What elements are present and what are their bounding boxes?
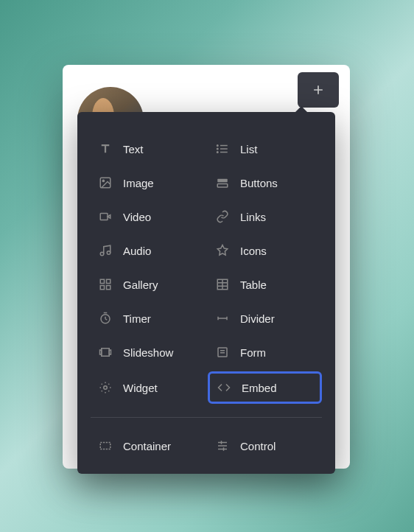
container-icon bbox=[98, 438, 113, 453]
gallery-icon bbox=[98, 277, 113, 292]
svg-line-26 bbox=[105, 319, 107, 321]
svg-point-7 bbox=[217, 152, 219, 153]
menu-item-embed[interactable]: Embed bbox=[208, 371, 322, 404]
slideshow-icon bbox=[98, 345, 113, 360]
menu-item-label: Video bbox=[123, 211, 151, 223]
form-icon bbox=[215, 345, 230, 360]
menu-item-buttons[interactable]: Buttons bbox=[208, 168, 322, 197]
menu-item-table[interactable]: Table bbox=[208, 270, 322, 299]
menu-grid: Text List Image Buttons Video bbox=[91, 134, 322, 461]
menu-item-container[interactable]: Container bbox=[91, 431, 205, 461]
add-element-dropdown: Text List Image Buttons Video bbox=[77, 112, 335, 474]
menu-item-label: Slideshow bbox=[123, 346, 173, 359]
svg-rect-32 bbox=[100, 350, 102, 354]
menu-item-label: Divider bbox=[240, 312, 275, 325]
timer-icon bbox=[98, 311, 113, 326]
svg-point-37 bbox=[104, 386, 108, 390]
widget-icon bbox=[98, 380, 113, 395]
svg-point-9 bbox=[102, 180, 104, 181]
divider-icon bbox=[215, 311, 230, 326]
menu-item-label: Container bbox=[123, 440, 171, 452]
list-icon bbox=[215, 141, 230, 156]
svg-rect-33 bbox=[109, 350, 110, 354]
svg-point-6 bbox=[217, 148, 219, 150]
svg-point-14 bbox=[100, 252, 104, 256]
menu-item-label: Image bbox=[123, 177, 154, 189]
menu-item-video[interactable]: Video bbox=[91, 202, 205, 231]
menu-item-divider[interactable]: Divider bbox=[208, 304, 322, 333]
svg-rect-38 bbox=[100, 443, 110, 449]
menu-item-label: Gallery bbox=[123, 279, 158, 291]
menu-item-label: Text bbox=[123, 143, 144, 155]
menu-item-label: Widget bbox=[123, 382, 158, 394]
menu-item-timer[interactable]: Timer bbox=[91, 304, 205, 333]
buttons-icon bbox=[215, 175, 230, 190]
menu-item-text[interactable]: Text bbox=[91, 134, 205, 164]
menu-item-icons[interactable]: Icons bbox=[208, 236, 322, 265]
menu-item-label: Control bbox=[240, 440, 276, 452]
text-icon bbox=[98, 141, 113, 156]
svg-rect-19 bbox=[107, 286, 110, 290]
svg-rect-10 bbox=[217, 179, 228, 183]
menu-item-control[interactable]: Control bbox=[208, 431, 322, 461]
menu-item-gallery[interactable]: Gallery bbox=[91, 270, 205, 299]
menu-item-links[interactable]: Links bbox=[208, 202, 322, 231]
menu-item-label: Table bbox=[240, 279, 267, 291]
plus-icon bbox=[311, 83, 326, 97]
menu-item-slideshow[interactable]: Slideshow bbox=[91, 337, 205, 367]
svg-point-15 bbox=[107, 251, 110, 255]
audio-icon bbox=[98, 243, 113, 258]
add-button[interactable] bbox=[298, 72, 339, 108]
menu-item-label: Form bbox=[240, 346, 266, 359]
svg-rect-18 bbox=[100, 286, 104, 290]
svg-rect-16 bbox=[100, 279, 104, 283]
video-icon bbox=[98, 209, 113, 224]
menu-item-image[interactable]: Image bbox=[91, 168, 205, 197]
menu-item-label: Icons bbox=[240, 245, 267, 257]
table-icon bbox=[215, 277, 230, 292]
menu-item-label: Audio bbox=[123, 245, 151, 257]
menu-divider bbox=[91, 417, 322, 418]
menu-item-audio[interactable]: Audio bbox=[91, 236, 205, 265]
embed-icon bbox=[217, 380, 231, 395]
menu-item-form[interactable]: Form bbox=[208, 337, 322, 367]
svg-rect-17 bbox=[107, 279, 110, 283]
icons-icon bbox=[215, 243, 230, 258]
menu-item-label: Links bbox=[240, 211, 266, 223]
menu-item-label: Timer bbox=[123, 312, 151, 325]
menu-item-list[interactable]: List bbox=[208, 134, 322, 164]
menu-item-widget[interactable]: Widget bbox=[91, 371, 205, 404]
menu-item-label: Embed bbox=[242, 382, 277, 394]
svg-rect-31 bbox=[102, 349, 110, 357]
svg-point-5 bbox=[217, 145, 219, 147]
links-icon bbox=[215, 209, 230, 224]
menu-item-label: Buttons bbox=[240, 177, 278, 189]
svg-rect-11 bbox=[217, 184, 228, 188]
menu-item-label: List bbox=[240, 143, 257, 155]
svg-rect-12 bbox=[100, 214, 108, 220]
image-icon bbox=[98, 175, 113, 190]
control-icon bbox=[215, 438, 230, 453]
